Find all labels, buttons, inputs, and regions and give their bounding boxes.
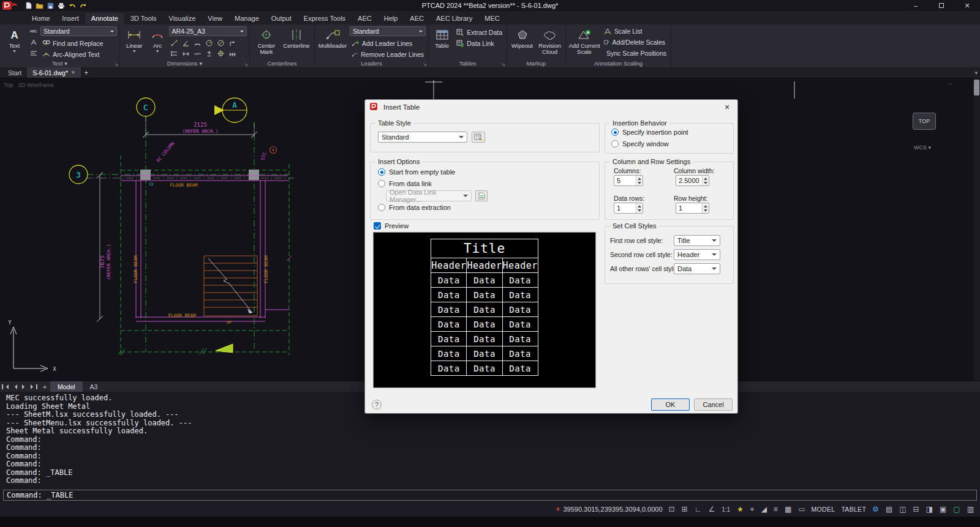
data-rows-stepper[interactable] bbox=[614, 203, 643, 214]
radio-from-data-link[interactable]: From data link bbox=[378, 180, 432, 187]
close-icon[interactable]: ✕ bbox=[71, 70, 75, 75]
cancel-button[interactable]: Cancel bbox=[694, 398, 733, 411]
dim-ordinate-icon[interactable] bbox=[227, 38, 238, 48]
close-button[interactable]: ✕ bbox=[954, 0, 980, 11]
dim-aligned-icon[interactable] bbox=[169, 38, 179, 48]
new-file-button[interactable] bbox=[26, 2, 32, 9]
dialog-close-button[interactable]: ✕ bbox=[717, 100, 737, 114]
row-height-input[interactable] bbox=[676, 203, 702, 213]
linear-dimension-button[interactable]: Linear ▾ bbox=[123, 26, 146, 59]
polar-toggle-icon[interactable]: ∠ bbox=[708, 505, 715, 514]
annotation-scale-button[interactable]: 1:1 bbox=[722, 506, 730, 513]
ribbon-tab-aec-2[interactable]: AEC bbox=[404, 13, 430, 24]
extract-data-button[interactable]: Extract Data bbox=[454, 27, 504, 37]
ribbon-tab-home[interactable]: Home bbox=[26, 13, 56, 24]
vertical-scrollbar[interactable] bbox=[973, 78, 980, 381]
dim-diameter-icon[interactable] bbox=[216, 38, 226, 48]
columns-up-button[interactable] bbox=[636, 176, 643, 181]
redo-button[interactable] bbox=[80, 2, 87, 9]
coordinates-display[interactable]: + 39590.3015,239395.3094,0.0000 bbox=[556, 505, 662, 514]
scale-list-button[interactable]: Scale List bbox=[602, 26, 667, 36]
lineweight-toggle-icon[interactable]: ≡ bbox=[774, 505, 778, 514]
next-layout-button[interactable] bbox=[20, 381, 29, 392]
first-layout-button[interactable] bbox=[0, 381, 10, 392]
scrollbar-thumb[interactable] bbox=[974, 80, 979, 95]
columns-stepper[interactable] bbox=[614, 175, 643, 186]
open-file-button[interactable] bbox=[36, 2, 43, 9]
column-width-input[interactable] bbox=[676, 176, 702, 185]
dim-break-icon[interactable] bbox=[192, 48, 203, 58]
data-rows-down-button[interactable] bbox=[636, 208, 643, 213]
ribbon-tab-annotate[interactable]: Annotate bbox=[85, 13, 124, 24]
dim-angular-icon[interactable] bbox=[181, 38, 191, 48]
prev-layout-button[interactable] bbox=[10, 381, 20, 392]
plot-button[interactable] bbox=[58, 2, 65, 9]
text-panel-label[interactable]: Text ▾ bbox=[2, 59, 117, 67]
text-style-dropdown[interactable]: Standard bbox=[40, 26, 117, 36]
doc-tab-drawing[interactable]: S-6-01.dwg* ✕ bbox=[27, 67, 80, 78]
data-link-manager-button[interactable] bbox=[475, 190, 488, 201]
help-button[interactable]: ? bbox=[372, 400, 382, 409]
row-height-stepper[interactable] bbox=[676, 203, 709, 214]
osnap-toggle-icon[interactable]: ⌖ bbox=[750, 505, 755, 514]
launch-table-style-button[interactable] bbox=[472, 132, 485, 143]
columns-input[interactable] bbox=[614, 176, 636, 185]
save-button[interactable] bbox=[47, 2, 54, 9]
radio-start-from-empty-table[interactable]: Start from empty table bbox=[378, 168, 455, 176]
wipeout-button[interactable]: Wipeout bbox=[510, 26, 535, 59]
dimensions-panel-label[interactable]: Dimensions ▾ bbox=[123, 59, 247, 67]
text-style-button[interactable] bbox=[28, 37, 39, 47]
tab-model[interactable]: Model bbox=[50, 381, 83, 392]
column-width-down-button[interactable] bbox=[703, 181, 709, 185]
column-width-up-button[interactable] bbox=[703, 176, 709, 181]
minimize-button[interactable]: – bbox=[903, 0, 929, 11]
dimension-style-dropdown[interactable]: AR4-25_A3 bbox=[169, 26, 247, 36]
maximize-button[interactable] bbox=[929, 0, 954, 11]
hardware-accel-icon[interactable]: ▤ bbox=[886, 505, 892, 514]
doc-tab-start[interactable]: Start bbox=[2, 67, 27, 78]
revision-cloud-button[interactable]: Revision Cloud bbox=[537, 26, 563, 59]
selection-cycling-icon[interactable]: ▭ bbox=[798, 505, 805, 514]
dim-baseline-icon[interactable] bbox=[169, 48, 179, 58]
table-style-dropdown[interactable]: Standard bbox=[378, 132, 467, 143]
snap-toggle-icon[interactable]: ⊡ bbox=[669, 505, 675, 514]
add-current-scale-button[interactable]: Add Current Scale bbox=[568, 26, 600, 59]
undo-button[interactable] bbox=[69, 2, 76, 9]
radio-from-data-extraction[interactable]: From data extraction bbox=[378, 204, 451, 211]
model-space-button[interactable]: MODEL bbox=[812, 506, 835, 513]
viewport-minimize-icon[interactable]: – bbox=[949, 81, 952, 87]
add-leader-button[interactable]: Add Leader Lines bbox=[350, 38, 426, 48]
radio-specify-insertion-point[interactable]: Specify insertion point bbox=[611, 129, 688, 136]
ribbon-tab-output[interactable]: Output bbox=[265, 13, 298, 24]
leaders-dialog-launcher-icon[interactable]: ↘ bbox=[423, 62, 427, 67]
ribbon-tab-express-tools[interactable]: Express Tools bbox=[298, 13, 352, 24]
ribbon-tab-aec[interactable]: AEC bbox=[352, 13, 378, 24]
data-rows-input[interactable] bbox=[614, 203, 636, 213]
clean-screen-icon[interactable]: ▢ bbox=[953, 505, 960, 514]
ribbon-tab-aec-library[interactable]: AEC Library bbox=[430, 13, 478, 24]
dim-tolerance-icon[interactable] bbox=[204, 48, 214, 58]
ribbon-tab-mec[interactable]: MEC bbox=[478, 13, 505, 24]
grid-toggle-icon[interactable]: ⊞ bbox=[682, 505, 688, 514]
tablet-button[interactable]: TABLET bbox=[841, 506, 866, 513]
row-height-up-button[interactable] bbox=[703, 203, 709, 208]
radio-specify-window[interactable]: Specify window bbox=[611, 140, 669, 148]
new-drawing-tab-button[interactable]: + bbox=[81, 67, 92, 78]
column-width-stepper[interactable] bbox=[676, 175, 709, 186]
first-row-style-dropdown[interactable]: Title bbox=[674, 235, 720, 246]
dim-continue-icon[interactable] bbox=[181, 48, 191, 58]
table-button[interactable]: Table bbox=[431, 26, 453, 59]
ribbon-tab-3d-tools[interactable]: 3D Tools bbox=[124, 13, 163, 24]
center-mark-button[interactable]: Center Mark bbox=[252, 26, 281, 59]
ribbon-tab-view[interactable]: View bbox=[202, 13, 228, 24]
sync-scale-positions-button[interactable]: Sync Scale Positions bbox=[602, 48, 667, 58]
view-control[interactable]: Top bbox=[4, 81, 13, 88]
row-height-down-button[interactable] bbox=[703, 208, 709, 213]
dim-radius-icon[interactable] bbox=[204, 38, 214, 48]
arc-dimension-button[interactable]: Arc ▾ bbox=[148, 26, 167, 59]
dim-arc-length-icon[interactable] bbox=[192, 38, 203, 48]
text-button[interactable]: A Text ▾ bbox=[2, 26, 26, 59]
ribbon-tab-visualize[interactable]: Visualize bbox=[163, 13, 202, 24]
data-link-button[interactable]: Data Link bbox=[454, 38, 504, 48]
viewcube[interactable]: TOP bbox=[913, 113, 936, 130]
